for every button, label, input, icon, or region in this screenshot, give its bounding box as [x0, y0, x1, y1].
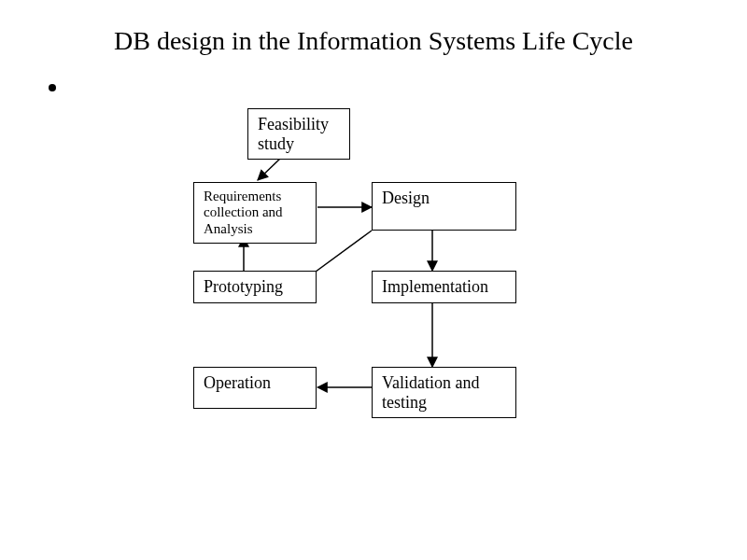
node-validation: Validation andtesting — [372, 367, 516, 418]
node-operation: Operation — [193, 367, 317, 409]
lifecycle-diagram: Feasibilitystudy Requirementscollection … — [0, 0, 747, 560]
arrow-feasibility-requirements — [258, 157, 282, 180]
node-implementation: Implementation — [372, 271, 516, 303]
node-prototyping: Prototyping — [193, 271, 317, 303]
node-feasibility: Feasibilitystudy — [247, 108, 350, 160]
node-requirements: Requirementscollection andAnalysis — [193, 182, 317, 244]
node-design: Design — [372, 182, 516, 231]
